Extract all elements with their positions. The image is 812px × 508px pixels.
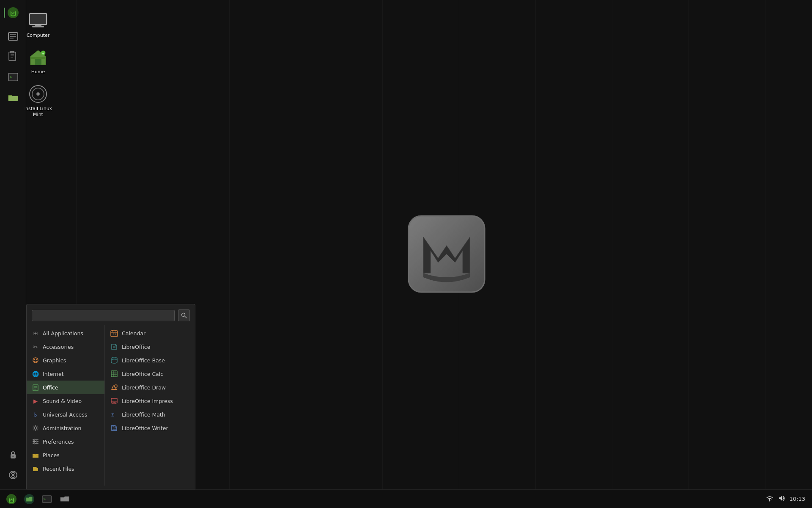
svg-text:>_: >_ — [44, 497, 48, 501]
taskbar-left: >_ — [0, 0, 26, 508]
taskbar-lock[interactable] — [4, 445, 22, 464]
menu-apps: 15 Calendar LibreOffice — [105, 325, 195, 486]
desktop: Computer + Home — [0, 0, 812, 508]
places-icon — [32, 451, 39, 459]
network-icon[interactable] — [766, 494, 774, 503]
category-office[interactable]: Office — [27, 381, 104, 394]
install-mint-icon — [28, 84, 48, 104]
svg-point-45 — [33, 442, 35, 444]
category-all-applications[interactable]: ⊞ All Applications — [27, 326, 104, 340]
taskbar-bottom-apps: >_ — [3, 491, 73, 507]
svg-rect-4 — [35, 59, 41, 65]
libreoffice-draw-icon — [110, 383, 118, 392]
category-places[interactable]: Places — [27, 448, 104, 462]
install-mint-label: Install Linux Mint — [23, 106, 53, 118]
recent-files-icon — [32, 465, 39, 472]
svg-point-34 — [36, 359, 38, 360]
desktop-icons-container: Computer + Home — [21, 8, 55, 120]
bottom-mint-button[interactable] — [3, 491, 19, 507]
home-folder-icon: + — [28, 47, 48, 67]
preferences-icon — [32, 438, 39, 445]
desktop-icon-install-mint[interactable]: Install Linux Mint — [21, 82, 55, 120]
system-time[interactable]: 10:13 — [790, 496, 805, 502]
svg-rect-3 — [32, 26, 44, 28]
libreoffice-icon — [110, 342, 118, 351]
svg-rect-2 — [35, 25, 41, 26]
app-menu: ⊞ All Applications ✂ Accessories — [26, 304, 195, 489]
taskbar-mint-menu[interactable] — [4, 3, 22, 22]
taskbar-notepad[interactable] — [4, 47, 22, 66]
search-button[interactable] — [178, 309, 190, 321]
app-libreoffice-draw[interactable]: LibreOffice Draw — [105, 381, 195, 394]
mint-logo — [400, 207, 493, 301]
svg-text:+: + — [42, 52, 44, 55]
svg-point-27 — [12, 456, 14, 457]
svg-rect-19 — [11, 51, 14, 53]
taskbar-folder[interactable] — [4, 88, 22, 107]
desktop-icon-computer[interactable]: Computer — [21, 8, 55, 41]
svg-point-75 — [769, 500, 770, 502]
calendar-icon: 15 — [110, 329, 118, 337]
libreoffice-math-icon: ∑ — [110, 410, 118, 419]
svg-point-55 — [111, 357, 117, 360]
category-administration[interactable]: Administration — [27, 421, 104, 435]
taskbar-terminal[interactable]: >_ — [4, 68, 22, 86]
category-universal-access[interactable]: ♿ Universal Access — [27, 408, 104, 421]
volume-icon[interactable] — [778, 494, 785, 503]
active-indicator — [4, 8, 5, 18]
administration-icon — [32, 424, 39, 432]
svg-rect-1 — [30, 14, 46, 24]
bottom-folder-button[interactable] — [57, 491, 73, 507]
all-apps-icon: ⊞ — [32, 329, 39, 337]
svg-text:>_: >_ — [10, 75, 14, 79]
computer-icon — [28, 11, 48, 31]
libreoffice-base-icon — [110, 356, 118, 364]
bottom-files-button[interactable] — [21, 491, 37, 507]
svg-text:15: 15 — [113, 333, 116, 336]
app-libreoffice-writer[interactable]: LibreOffice Writer — [105, 421, 195, 435]
menu-categories: ⊞ All Applications ✂ Accessories — [27, 325, 105, 486]
svg-rect-18 — [9, 52, 16, 61]
svg-text:∑: ∑ — [111, 412, 115, 417]
svg-point-43 — [33, 439, 35, 441]
internet-icon: 🌐 — [32, 370, 39, 378]
app-libreoffice[interactable]: LibreOffice — [105, 340, 195, 353]
svg-point-44 — [36, 441, 38, 442]
universal-access-icon: ♿ — [32, 411, 39, 418]
category-accessories[interactable]: ✂ Accessories — [27, 340, 104, 353]
search-bar — [27, 304, 195, 325]
category-sound-video[interactable]: ▶ Sound & Video — [27, 394, 104, 408]
category-recent-files[interactable]: Recent Files — [27, 462, 104, 475]
graphics-icon — [32, 356, 39, 364]
desktop-icon-home[interactable]: + Home — [21, 45, 55, 77]
taskbar-bottom: >_ — [0, 489, 812, 508]
app-libreoffice-impress[interactable]: LibreOffice Impress — [105, 394, 195, 408]
home-label: Home — [31, 69, 45, 75]
svg-rect-56 — [111, 371, 117, 377]
svg-rect-5 — [31, 57, 45, 59]
accessories-icon: ✂ — [32, 343, 39, 351]
svg-point-11 — [37, 93, 39, 95]
app-calendar[interactable]: 15 Calendar — [105, 326, 195, 340]
bottom-terminal-button[interactable]: >_ — [39, 491, 55, 507]
app-libreoffice-base[interactable]: LibreOffice Base — [105, 353, 195, 367]
svg-point-39 — [34, 427, 37, 429]
taskbar-system-tray: 10:13 — [766, 494, 809, 503]
svg-point-61 — [115, 385, 117, 387]
menu-content: ⊞ All Applications ✂ Accessories — [27, 325, 195, 486]
search-input[interactable] — [32, 310, 175, 321]
svg-point-33 — [34, 359, 35, 360]
taskbar-files[interactable] — [4, 27, 22, 46]
svg-line-31 — [185, 316, 187, 318]
libreoffice-calc-icon — [110, 370, 118, 378]
sound-video-icon: ▶ — [32, 397, 39, 405]
app-libreoffice-math[interactable]: ∑ LibreOffice Math — [105, 408, 195, 421]
libreoffice-impress-icon — [110, 397, 118, 405]
office-icon — [32, 384, 39, 391]
taskbar-update[interactable] — [4, 466, 22, 484]
app-libreoffice-calc[interactable]: LibreOffice Calc — [105, 367, 195, 381]
category-graphics[interactable]: Graphics — [27, 353, 104, 367]
category-preferences[interactable]: Preferences — [27, 435, 104, 448]
svg-point-29 — [12, 474, 14, 476]
category-internet[interactable]: 🌐 Internet — [27, 367, 104, 381]
